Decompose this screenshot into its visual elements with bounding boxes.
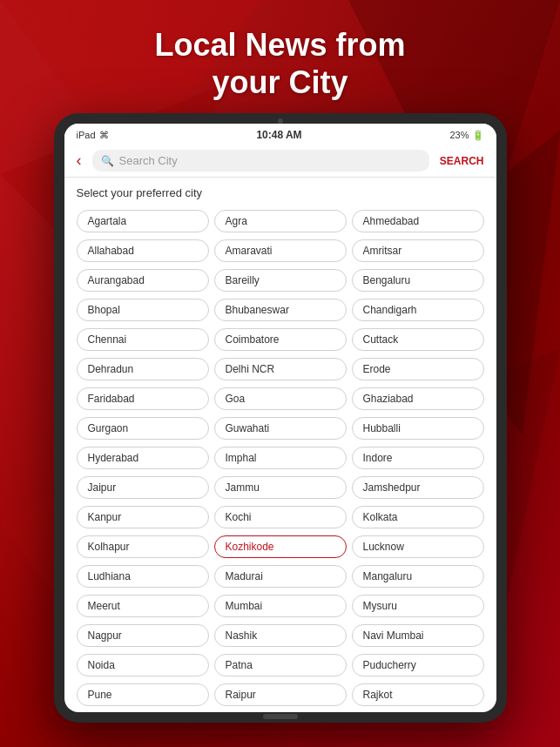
- city-chip[interactable]: Puducherry: [352, 654, 484, 676]
- city-chip[interactable]: Jamshedpur: [352, 476, 484, 499]
- device-label: iPad: [77, 130, 96, 140]
- city-chip[interactable]: Allahabad: [77, 239, 209, 262]
- city-chip[interactable]: Chandigarh: [352, 299, 484, 321]
- city-chip[interactable]: Kozhikode: [214, 535, 347, 558]
- city-chip[interactable]: Dehradun: [77, 358, 209, 380]
- city-chip[interactable]: Raipur: [214, 683, 347, 706]
- camera-dot: [278, 118, 283, 124]
- city-chip[interactable]: Erode: [352, 358, 484, 380]
- city-chip[interactable]: Bareilly: [214, 269, 347, 292]
- city-chip[interactable]: Jaipur: [77, 476, 209, 499]
- tablet-screen: iPad ⌘ 10:48 AM 23% 🔋 ‹ 🔍 Search City SE…: [64, 124, 496, 712]
- city-chip[interactable]: Agartala: [77, 210, 209, 232]
- city-chip[interactable]: Ghaziabad: [352, 387, 484, 410]
- content-area[interactable]: Select your preferred city AgartalaAgraA…: [64, 178, 496, 712]
- city-chip[interactable]: Ludhiana: [77, 565, 209, 588]
- city-chip[interactable]: Jammu: [214, 476, 347, 499]
- city-chip[interactable]: Bhopal: [77, 299, 209, 321]
- cities-grid: AgartalaAgraAhmedabadAllahabadAmaravatiA…: [77, 210, 484, 712]
- city-chip[interactable]: Madurai: [214, 565, 347, 588]
- city-chip[interactable]: Kolkata: [352, 506, 484, 528]
- city-chip[interactable]: Mumbai: [214, 595, 347, 617]
- search-input[interactable]: Search City: [119, 154, 178, 167]
- search-button[interactable]: SEARCH: [436, 155, 488, 167]
- headline-line1: Local News from: [0, 26, 560, 64]
- city-chip[interactable]: Mangaluru: [352, 565, 484, 588]
- city-chip[interactable]: Kochi: [214, 506, 347, 528]
- city-chip[interactable]: Lucknow: [352, 535, 484, 558]
- city-chip[interactable]: Hyderabad: [77, 447, 209, 469]
- search-icon: 🔍: [101, 155, 114, 167]
- city-chip[interactable]: Amaravati: [214, 239, 347, 262]
- home-indicator: [263, 714, 298, 719]
- city-chip[interactable]: Navi Mumbai: [352, 624, 484, 647]
- city-chip[interactable]: Cuttack: [352, 328, 484, 351]
- app-headline: Local News from your City: [0, 26, 560, 101]
- status-time: 10:48 AM: [256, 129, 301, 141]
- city-chip[interactable]: Kanpur: [77, 506, 209, 528]
- city-chip[interactable]: Agra: [214, 210, 347, 232]
- city-chip[interactable]: Nashik: [214, 624, 347, 647]
- city-chip[interactable]: Aurangabad: [77, 269, 209, 292]
- city-chip[interactable]: Kolhapur: [77, 535, 209, 558]
- search-input-wrapper[interactable]: 🔍 Search City: [92, 150, 429, 172]
- city-chip[interactable]: Goa: [214, 387, 347, 410]
- status-bar: iPad ⌘ 10:48 AM 23% 🔋: [64, 124, 496, 145]
- city-chip[interactable]: Amritsar: [352, 239, 484, 262]
- city-chip[interactable]: Coimbatore: [214, 328, 347, 351]
- city-chip[interactable]: Bhubaneswar: [214, 299, 347, 321]
- wifi-icon: ⌘: [99, 130, 109, 141]
- city-chip[interactable]: Bengaluru: [352, 269, 484, 292]
- tablet-frame: iPad ⌘ 10:48 AM 23% 🔋 ‹ 🔍 Search City SE…: [54, 113, 507, 723]
- headline-line2: your City: [0, 64, 560, 101]
- city-chip[interactable]: Ahmedabad: [352, 210, 484, 232]
- battery-label: 23%: [449, 130, 469, 140]
- search-bar: ‹ 🔍 Search City SEARCH: [64, 145, 496, 178]
- city-chip[interactable]: Meerut: [77, 595, 209, 617]
- city-chip[interactable]: Guwahati: [214, 417, 347, 440]
- city-chip[interactable]: Patna: [214, 654, 347, 676]
- section-title: Select your preferred city: [77, 186, 484, 199]
- city-chip[interactable]: Faridabad: [77, 387, 209, 410]
- city-chip[interactable]: Pune: [77, 683, 209, 706]
- city-chip[interactable]: Gurgaon: [77, 417, 209, 440]
- city-chip[interactable]: Rajkot: [352, 683, 484, 706]
- status-right: 23% 🔋: [449, 130, 483, 141]
- city-chip[interactable]: Imphal: [214, 447, 347, 469]
- city-chip[interactable]: Indore: [352, 447, 484, 469]
- city-chip[interactable]: Noida: [77, 654, 209, 676]
- status-left: iPad ⌘: [77, 130, 109, 141]
- back-button[interactable]: ‹: [73, 151, 85, 170]
- city-chip[interactable]: Mysuru: [352, 595, 484, 617]
- city-chip[interactable]: Hubballi: [352, 417, 484, 440]
- city-chip[interactable]: Nagpur: [77, 624, 209, 647]
- city-chip[interactable]: Delhi NCR: [214, 358, 347, 380]
- city-chip[interactable]: Chennai: [77, 328, 209, 351]
- battery-icon: 🔋: [472, 130, 484, 141]
